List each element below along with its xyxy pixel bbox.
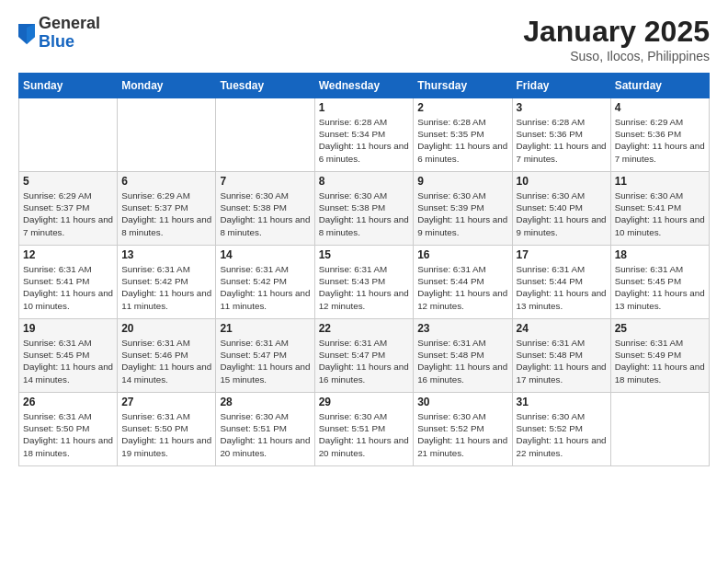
day-number: 8 (319, 175, 410, 188)
day-number: 7 (220, 175, 310, 188)
day-cell: 8Sunrise: 6:30 AMSunset: 5:38 PMDaylight… (314, 172, 414, 246)
day-cell: 30Sunrise: 6:30 AMSunset: 5:52 PMDayligh… (414, 393, 512, 466)
day-cell: 20Sunrise: 6:31 AMSunset: 5:46 PMDayligh… (118, 319, 216, 393)
day-number: 11 (615, 175, 705, 188)
col-wednesday: Wednesday (314, 74, 414, 98)
day-cell: 10Sunrise: 6:30 AMSunset: 5:40 PMDayligh… (512, 172, 610, 246)
day-info: Sunrise: 6:29 AMSunset: 5:37 PMDaylight:… (121, 190, 211, 238)
day-info: Sunrise: 6:31 AMSunset: 5:47 PMDaylight:… (319, 337, 410, 385)
day-cell (216, 98, 314, 172)
header-row: Sunday Monday Tuesday Wednesday Thursday… (19, 74, 710, 98)
calendar-body: 1Sunrise: 6:28 AMSunset: 5:34 PMDaylight… (19, 98, 710, 466)
day-number: 24 (517, 322, 607, 335)
day-number: 20 (121, 322, 211, 335)
day-cell: 7Sunrise: 6:30 AMSunset: 5:38 PMDaylight… (216, 172, 314, 246)
day-info: Sunrise: 6:31 AMSunset: 5:43 PMDaylight:… (319, 263, 410, 312)
day-info: Sunrise: 6:31 AMSunset: 5:50 PMDaylight:… (121, 410, 211, 459)
col-friday: Friday (512, 74, 610, 98)
day-cell (118, 98, 216, 172)
logo-blue: Blue (39, 33, 100, 52)
day-number: 10 (517, 175, 607, 188)
day-number: 1 (319, 101, 410, 114)
day-info: Sunrise: 6:31 AMSunset: 5:41 PMDaylight:… (23, 263, 113, 312)
day-number: 23 (417, 322, 507, 335)
col-monday: Monday (118, 74, 216, 98)
day-cell: 19Sunrise: 6:31 AMSunset: 5:45 PMDayligh… (19, 319, 118, 393)
logo-icon (18, 24, 35, 44)
day-cell: 25Sunrise: 6:31 AMSunset: 5:49 PMDayligh… (610, 319, 709, 393)
day-number: 17 (517, 248, 607, 261)
day-info: Sunrise: 6:31 AMSunset: 5:44 PMDaylight:… (517, 263, 607, 312)
day-number: 27 (121, 396, 211, 408)
day-info: Sunrise: 6:30 AMSunset: 5:38 PMDaylight:… (319, 190, 410, 238)
day-number: 3 (517, 101, 607, 114)
day-number: 18 (615, 248, 705, 261)
day-info: Sunrise: 6:31 AMSunset: 5:47 PMDaylight:… (220, 337, 310, 385)
day-number: 25 (615, 322, 705, 335)
day-number: 28 (220, 396, 310, 408)
day-number: 15 (319, 248, 410, 261)
day-cell: 1Sunrise: 6:28 AMSunset: 5:34 PMDaylight… (314, 98, 414, 172)
day-number: 13 (121, 248, 211, 261)
day-info: Sunrise: 6:31 AMSunset: 5:48 PMDaylight:… (417, 337, 507, 385)
day-info: Sunrise: 6:28 AMSunset: 5:35 PMDaylight:… (417, 116, 507, 165)
day-info: Sunrise: 6:30 AMSunset: 5:38 PMDaylight:… (220, 190, 310, 238)
logo-text: General Blue (39, 15, 100, 52)
day-number: 9 (417, 175, 507, 188)
day-cell: 12Sunrise: 6:31 AMSunset: 5:41 PMDayligh… (19, 246, 118, 319)
day-cell: 13Sunrise: 6:31 AMSunset: 5:42 PMDayligh… (118, 246, 216, 319)
day-info: Sunrise: 6:30 AMSunset: 5:51 PMDaylight:… (319, 410, 410, 459)
day-info: Sunrise: 6:30 AMSunset: 5:51 PMDaylight:… (220, 410, 310, 459)
day-info: Sunrise: 6:31 AMSunset: 5:49 PMDaylight:… (615, 337, 705, 385)
day-number: 26 (23, 396, 113, 408)
day-number: 6 (121, 175, 211, 188)
day-number: 14 (220, 248, 310, 261)
day-cell: 15Sunrise: 6:31 AMSunset: 5:43 PMDayligh… (314, 246, 414, 319)
col-sunday: Sunday (19, 74, 118, 98)
day-cell: 17Sunrise: 6:31 AMSunset: 5:44 PMDayligh… (512, 246, 610, 319)
page: General Blue January 2025 Suso, Ilocos, … (0, 0, 728, 476)
day-cell: 2Sunrise: 6:28 AMSunset: 5:35 PMDaylight… (414, 98, 512, 172)
day-info: Sunrise: 6:31 AMSunset: 5:48 PMDaylight:… (517, 337, 607, 385)
day-info: Sunrise: 6:31 AMSunset: 5:42 PMDaylight:… (121, 263, 211, 312)
day-cell: 16Sunrise: 6:31 AMSunset: 5:44 PMDayligh… (414, 246, 512, 319)
day-cell (19, 98, 118, 172)
day-info: Sunrise: 6:31 AMSunset: 5:45 PMDaylight:… (23, 337, 113, 385)
day-info: Sunrise: 6:28 AMSunset: 5:36 PMDaylight:… (517, 116, 607, 165)
col-thursday: Thursday (414, 74, 512, 98)
day-cell: 23Sunrise: 6:31 AMSunset: 5:48 PMDayligh… (414, 319, 512, 393)
day-info: Sunrise: 6:31 AMSunset: 5:50 PMDaylight:… (23, 410, 113, 459)
day-cell: 24Sunrise: 6:31 AMSunset: 5:48 PMDayligh… (512, 319, 610, 393)
day-cell: 28Sunrise: 6:30 AMSunset: 5:51 PMDayligh… (216, 393, 314, 466)
calendar-subtitle: Suso, Ilocos, Philippines (523, 49, 710, 63)
day-number: 5 (23, 175, 113, 188)
week-row-2: 12Sunrise: 6:31 AMSunset: 5:41 PMDayligh… (19, 246, 710, 319)
day-cell: 29Sunrise: 6:30 AMSunset: 5:51 PMDayligh… (314, 393, 414, 466)
header: General Blue January 2025 Suso, Ilocos, … (18, 15, 710, 63)
day-cell: 4Sunrise: 6:29 AMSunset: 5:36 PMDaylight… (610, 98, 709, 172)
week-row-1: 5Sunrise: 6:29 AMSunset: 5:37 PMDaylight… (19, 172, 710, 246)
day-info: Sunrise: 6:31 AMSunset: 5:46 PMDaylight:… (121, 337, 211, 385)
day-cell: 11Sunrise: 6:30 AMSunset: 5:41 PMDayligh… (610, 172, 709, 246)
day-cell (610, 393, 709, 466)
day-info: Sunrise: 6:29 AMSunset: 5:37 PMDaylight:… (23, 190, 113, 238)
day-info: Sunrise: 6:31 AMSunset: 5:45 PMDaylight:… (615, 263, 705, 312)
day-number: 12 (23, 248, 113, 261)
day-cell: 26Sunrise: 6:31 AMSunset: 5:50 PMDayligh… (19, 393, 118, 466)
day-info: Sunrise: 6:29 AMSunset: 5:36 PMDaylight:… (615, 116, 705, 165)
col-saturday: Saturday (610, 74, 709, 98)
day-number: 4 (615, 101, 705, 114)
calendar-title: January 2025 (523, 15, 710, 49)
week-row-4: 26Sunrise: 6:31 AMSunset: 5:50 PMDayligh… (19, 393, 710, 466)
day-cell: 21Sunrise: 6:31 AMSunset: 5:47 PMDayligh… (216, 319, 314, 393)
week-row-0: 1Sunrise: 6:28 AMSunset: 5:34 PMDaylight… (19, 98, 710, 172)
day-cell: 3Sunrise: 6:28 AMSunset: 5:36 PMDaylight… (512, 98, 610, 172)
col-tuesday: Tuesday (216, 74, 314, 98)
day-cell: 18Sunrise: 6:31 AMSunset: 5:45 PMDayligh… (610, 246, 709, 319)
day-info: Sunrise: 6:30 AMSunset: 5:52 PMDaylight:… (417, 410, 507, 459)
day-cell: 6Sunrise: 6:29 AMSunset: 5:37 PMDaylight… (118, 172, 216, 246)
day-number: 29 (319, 396, 410, 408)
day-info: Sunrise: 6:30 AMSunset: 5:41 PMDaylight:… (615, 190, 705, 238)
day-number: 31 (517, 396, 607, 408)
day-info: Sunrise: 6:31 AMSunset: 5:42 PMDaylight:… (220, 263, 310, 312)
